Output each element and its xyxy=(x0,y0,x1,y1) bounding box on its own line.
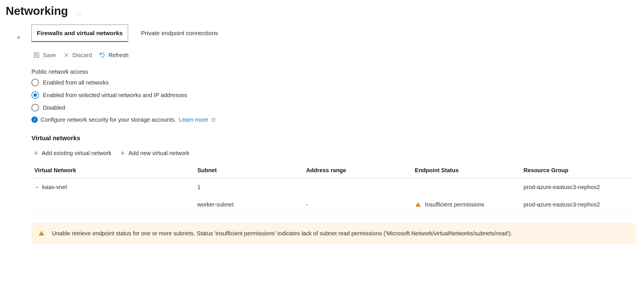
refresh-button[interactable]: Refresh xyxy=(99,51,128,59)
vnets-table: Virtual Network Subnet Address range End… xyxy=(31,162,635,213)
svg-rect-4 xyxy=(41,233,42,234)
col-header-vnet[interactable]: Virtual Network xyxy=(31,162,194,178)
cell-resource-group: prod-azure-eastusc3-nephos2 xyxy=(521,178,635,196)
cell-vnet-name xyxy=(31,196,194,213)
radio-icon xyxy=(31,79,39,86)
chevron-down-icon[interactable] xyxy=(34,183,40,191)
cell-address-range xyxy=(303,178,412,196)
save-button[interactable]: Save xyxy=(33,51,56,59)
radio-selected-networks[interactable]: Enabled from selected virtual networks a… xyxy=(31,91,635,99)
add-existing-label: Add existing virtual network xyxy=(42,149,111,157)
svg-rect-0 xyxy=(34,53,39,58)
more-icon[interactable]: … xyxy=(77,10,82,19)
page-title: Networking xyxy=(6,3,68,19)
alert-text: Unable retrieve endpoint status for one … xyxy=(52,229,512,237)
plus-icon xyxy=(120,150,126,156)
table-header-row: Virtual Network Subnet Address range End… xyxy=(31,162,635,178)
cell-address-range: - xyxy=(303,196,412,213)
plus-icon xyxy=(33,150,39,156)
discard-label: Discard xyxy=(73,51,92,59)
svg-rect-2 xyxy=(418,204,418,205)
save-icon xyxy=(33,52,40,59)
tab-private-endpoints[interactable]: Private endpoint connections xyxy=(136,25,224,42)
col-header-endpoint-status[interactable]: Endpoint Status xyxy=(412,162,521,178)
learn-more-link[interactable]: Learn more xyxy=(179,116,216,124)
cell-endpoint-status: Insufficient permissions xyxy=(412,196,521,213)
radio-label: Enabled from all networks xyxy=(43,79,109,87)
info-text: Configure network security for your stor… xyxy=(41,116,176,124)
cell-resource-group: prod-azure-eastusc3-nephos2 xyxy=(521,196,635,213)
save-label: Save xyxy=(43,51,56,59)
add-new-vnet-button[interactable]: Add new virtual network xyxy=(120,149,189,157)
col-header-resource-group[interactable]: Resource Group xyxy=(521,162,635,178)
refresh-icon xyxy=(99,52,106,59)
radio-icon xyxy=(31,91,39,99)
cell-subnet: worker-subnet xyxy=(194,196,303,213)
learn-more-label: Learn more xyxy=(179,117,208,123)
tab-firewalls[interactable]: Firewalls and virtual networks xyxy=(31,25,128,42)
table-row[interactable]: kaas-vnet 1 prod-azure-eastusc3-nephos2 xyxy=(31,178,635,196)
warning-icon xyxy=(415,201,421,208)
col-header-subnet[interactable]: Subnet xyxy=(194,162,303,178)
discard-button[interactable]: Discard xyxy=(63,51,92,59)
cell-vnet-name: kaas-vnet xyxy=(42,184,67,190)
endpoint-status-text: Insufficient permissions xyxy=(425,201,484,208)
col-header-address-range[interactable]: Address range xyxy=(303,162,412,178)
warning-alert: Unable retrieve endpoint status for one … xyxy=(31,223,635,244)
public-access-radio-group: Enabled from all networks Enabled from s… xyxy=(31,79,635,112)
add-existing-vnet-button[interactable]: Add existing virtual network xyxy=(33,149,111,157)
tabs: Firewalls and virtual networks Private e… xyxy=(31,25,635,42)
radio-disabled[interactable]: Disabled xyxy=(31,104,635,112)
radio-icon xyxy=(31,104,39,111)
cell-endpoint-status xyxy=(412,178,521,196)
collapse-sidebar-button[interactable]: « xyxy=(17,33,20,42)
radio-label: Enabled from selected virtual networks a… xyxy=(43,91,187,99)
external-link-icon xyxy=(211,116,215,124)
close-icon xyxy=(63,52,70,59)
add-new-label: Add new virtual network xyxy=(128,149,189,157)
radio-all-networks[interactable]: Enabled from all networks xyxy=(31,79,635,87)
svg-rect-3 xyxy=(418,206,418,206)
table-row[interactable]: worker-subnet - Insufficient permissions… xyxy=(31,196,635,213)
radio-label: Disabled xyxy=(43,104,65,112)
svg-rect-1 xyxy=(35,55,38,57)
virtual-networks-heading: Virtual networks xyxy=(31,134,635,143)
warning-icon xyxy=(38,230,45,236)
public-access-label: Public network access xyxy=(31,68,635,76)
svg-rect-5 xyxy=(41,234,42,235)
info-icon: i xyxy=(31,117,38,123)
refresh-label: Refresh xyxy=(108,51,128,59)
cell-subnet: 1 xyxy=(194,178,303,196)
